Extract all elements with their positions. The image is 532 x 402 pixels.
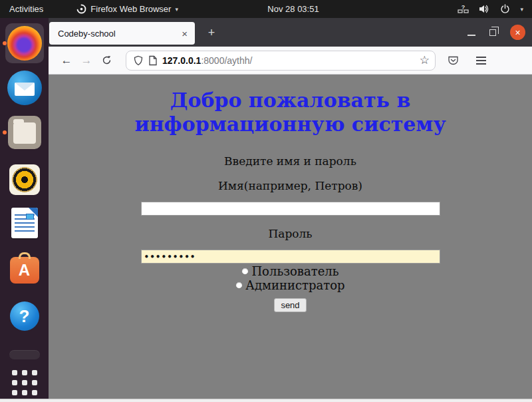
ubuntu-software-icon: A (10, 257, 39, 284)
page-title: Добро пожаловать винформационную систему (49, 89, 532, 136)
power-icon (500, 4, 510, 14)
dock-item-help[interactable]: ? (0, 298, 49, 334)
navigation-toolbar: ← → 127.0.0.1:8000/aythh/ ☆ (49, 47, 532, 75)
radio-option-user[interactable]: Пользователь (49, 265, 532, 278)
pocket-icon (448, 55, 459, 66)
admin-radio-label: Администратор (245, 279, 344, 292)
radio-option-admin[interactable]: Администратор (49, 279, 532, 292)
dock-item-thunderbird[interactable] (0, 70, 49, 106)
system-status-area[interactable]: ? ▾ (449, 0, 532, 18)
dock-item-rhythmbox[interactable] (0, 162, 49, 198)
dock-item-firefox[interactable] (0, 25, 49, 61)
svg-text:?: ? (462, 4, 466, 11)
reload-icon (102, 55, 112, 65)
hamburger-icon (476, 57, 486, 65)
app-menu-label: Firefox Web Browser (90, 4, 171, 14)
window-controls: × (467, 18, 525, 47)
chevron-down-icon: ▾ (175, 6, 178, 13)
dark-slot-icon (9, 350, 40, 359)
network-question-icon: ? (458, 4, 469, 14)
restore-button[interactable] (489, 29, 496, 36)
password-input[interactable] (141, 250, 440, 264)
name-label: Имя(например, Петров) (49, 179, 532, 192)
app-grid-icon (12, 370, 37, 395)
volume-icon (479, 4, 490, 14)
libreoffice-writer-icon (11, 208, 38, 238)
send-button[interactable]: send (274, 298, 306, 312)
user-radio[interactable] (241, 268, 249, 275)
intro-text: Введите имя и пароль (49, 154, 532, 168)
admin-radio[interactable] (235, 282, 243, 289)
firefox-menu-icon (76, 4, 86, 14)
top-bar: Activities Firefox Web Browser ▾ Nov 28 … (0, 0, 532, 18)
bookmark-star-icon[interactable]: ☆ (420, 53, 430, 67)
bottom-edge-strip (0, 399, 532, 402)
dock: A ? (0, 18, 49, 399)
tab-codeby-school[interactable]: Codeby-school × (49, 22, 195, 45)
thunderbird-icon (7, 71, 42, 105)
dock-item-dark-slot[interactable] (0, 345, 49, 365)
tab-title: Codeby-school (58, 29, 180, 39)
tab-close-icon[interactable]: × (180, 28, 189, 39)
reload-button[interactable] (96, 51, 116, 71)
screen: Activities Firefox Web Browser ▾ Nov 28 … (0, 0, 532, 402)
url-bar[interactable]: 127.0.0.1:8000/aythh/ ☆ (126, 51, 436, 71)
user-radio-label: Пользователь (251, 265, 338, 278)
dock-item-libreoffice-writer[interactable] (0, 205, 49, 241)
running-indicator-dot (3, 130, 7, 134)
firefox-icon (7, 26, 42, 61)
page-info-icon[interactable] (148, 55, 158, 66)
url-text: 127.0.0.1:8000/aythh/ (162, 55, 415, 66)
pocket-save-button[interactable] (443, 51, 463, 71)
clock[interactable]: Nov 28 03:51 (267, 0, 319, 18)
url-host: 127.0.0.1 (162, 55, 201, 66)
forward-button[interactable]: → (76, 51, 96, 71)
back-button[interactable]: ← (57, 51, 76, 71)
browser-window: Codeby-school × + × ← → (49, 18, 532, 399)
chevron-down-icon: ▾ (520, 6, 523, 13)
running-indicator-dot (3, 41, 7, 45)
show-applications-button[interactable] (0, 365, 49, 401)
activities-button[interactable]: Activities (0, 0, 53, 18)
rhythmbox-icon (9, 164, 40, 195)
app-menu-button[interactable]: Firefox Web Browser ▾ (67, 0, 188, 18)
url-path: :8000/aythh/ (201, 55, 252, 66)
new-tab-button[interactable]: + (203, 24, 220, 41)
menu-button[interactable] (471, 51, 491, 71)
name-input[interactable] (141, 202, 440, 216)
close-window-button[interactable]: × (510, 25, 525, 40)
dock-item-files[interactable] (0, 114, 49, 150)
dock-item-ubuntu-software[interactable]: A (0, 250, 49, 286)
shield-icon[interactable] (133, 55, 144, 66)
password-label: Пароль (49, 227, 532, 240)
web-page-content: Добро пожаловать винформационную систему… (49, 75, 532, 398)
minimize-button[interactable] (467, 35, 475, 36)
tab-bar: Codeby-school × + × (49, 18, 532, 47)
files-icon (8, 116, 41, 149)
help-icon: ? (10, 302, 39, 331)
